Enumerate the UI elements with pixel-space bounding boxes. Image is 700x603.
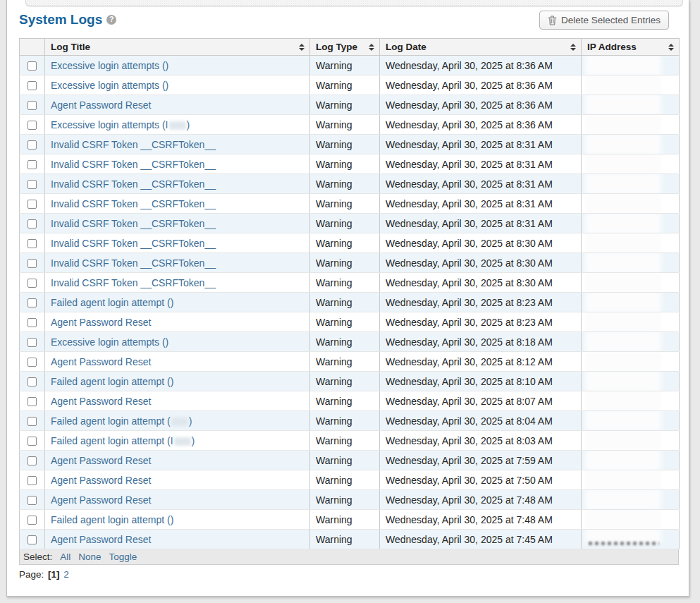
log-title-link[interactable]: Failed agent login attempt (I) xyxy=(51,435,195,446)
log-title-link[interactable]: Invalid CSRF Token __CSRFToken__ xyxy=(51,159,216,170)
row-checkbox[interactable] xyxy=(27,239,37,248)
redacted-ip-blur xyxy=(585,431,661,451)
row-checkbox[interactable] xyxy=(27,496,37,505)
row-checkbox-cell xyxy=(20,431,45,451)
log-title-link[interactable]: Excessive login attempts () xyxy=(51,60,168,71)
redacted-ip-blur xyxy=(585,95,661,115)
redacted-ip-blur xyxy=(585,332,661,352)
ip-cell xyxy=(582,95,680,115)
log-title-link[interactable]: Agent Password Reset xyxy=(51,317,151,328)
redacted-ip-blur xyxy=(585,372,661,391)
row-checkbox[interactable] xyxy=(27,140,37,150)
row-checkbox[interactable] xyxy=(27,476,37,485)
log-title-link[interactable]: Invalid CSRF Token __CSRFToken__ xyxy=(51,257,216,269)
log-title-link[interactable]: Agent Password Reset xyxy=(51,534,151,545)
log-title-link[interactable]: Failed agent login attempt () xyxy=(51,415,192,427)
log-title-link[interactable]: Agent Password Reset xyxy=(51,455,151,466)
row-checkbox[interactable] xyxy=(27,456,37,465)
log-title-link[interactable]: Failed agent login attempt () xyxy=(51,297,173,308)
page-header: System Logs ? Delete Selected Entries xyxy=(19,11,677,30)
header-log-title-label: Log Title xyxy=(51,42,90,52)
row-checkbox-cell xyxy=(20,273,45,293)
log-title-link[interactable]: Invalid CSRF Token __CSRFToken__ xyxy=(51,139,216,150)
row-checkbox[interactable] xyxy=(27,535,37,544)
redacted-ip-blur xyxy=(585,56,661,75)
row-checkbox[interactable] xyxy=(27,200,37,209)
log-type-cell: Warning xyxy=(310,273,380,293)
row-checkbox[interactable] xyxy=(27,160,37,169)
header-log-type[interactable]: Log Type xyxy=(310,39,380,56)
log-title-link[interactable]: Invalid CSRF Token __CSRFToken__ xyxy=(51,178,216,190)
log-title-cell: Excessive login attempts () xyxy=(45,332,310,352)
select-all-link[interactable]: All xyxy=(60,552,70,562)
row-checkbox[interactable] xyxy=(27,338,37,347)
log-title-link[interactable]: Excessive login attempts () xyxy=(51,336,168,348)
ip-cell xyxy=(582,233,680,253)
log-title-link[interactable]: Agent Password Reset xyxy=(51,475,151,486)
row-checkbox[interactable] xyxy=(27,516,37,525)
log-date-cell: Wednesday, April 30, 2025 at 8:31 AM xyxy=(380,214,582,233)
row-checkbox[interactable] xyxy=(27,219,37,229)
row-checkbox-cell xyxy=(20,411,45,431)
log-title-link[interactable]: Failed agent login attempt () xyxy=(51,376,173,387)
log-table-row: Invalid CSRF Token __CSRFToken__ Warning… xyxy=(20,194,680,214)
log-type-cell: Warning xyxy=(310,451,380,470)
header-log-title[interactable]: Log Title xyxy=(45,39,310,56)
page-2-link[interactable]: 2 xyxy=(63,569,69,580)
row-checkbox[interactable] xyxy=(27,417,37,426)
redacted-ip-blur xyxy=(585,391,661,411)
help-icon[interactable]: ? xyxy=(106,15,116,25)
log-title-link[interactable]: Invalid CSRF Token __CSRFToken__ xyxy=(51,218,216,229)
row-checkbox[interactable] xyxy=(27,81,37,90)
delete-selected-button[interactable]: Delete Selected Entries xyxy=(539,11,669,30)
row-checkbox[interactable] xyxy=(27,298,37,307)
log-title-cell: Agent Password Reset xyxy=(45,470,310,490)
log-title-link[interactable]: Agent Password Reset xyxy=(51,396,151,407)
row-checkbox[interactable] xyxy=(27,279,37,288)
log-title-link[interactable]: Excessive login attempts (I) xyxy=(51,119,190,130)
log-title-cell: Invalid CSRF Token __CSRFToken__ xyxy=(45,135,310,154)
row-checkbox[interactable] xyxy=(27,121,37,130)
row-checkbox[interactable] xyxy=(27,101,37,110)
log-type-cell: Warning xyxy=(310,253,380,273)
row-checkbox[interactable] xyxy=(27,437,37,446)
select-toggle-link[interactable]: Toggle xyxy=(109,552,137,562)
log-title-link[interactable]: Agent Password Reset xyxy=(51,494,151,506)
log-type-cell: Warning xyxy=(310,530,380,549)
log-title-link[interactable]: Invalid CSRF Token __CSRFToken__ xyxy=(51,277,216,288)
row-checkbox-cell xyxy=(20,174,45,194)
row-checkbox-cell xyxy=(20,135,45,154)
select-none-link[interactable]: None xyxy=(78,552,101,562)
sort-icon xyxy=(570,44,576,51)
log-table-row: Agent Password Reset Warning Wednesday, … xyxy=(20,95,680,115)
log-table-row: Excessive login attempts () Warning Wedn… xyxy=(20,332,680,352)
log-title-link[interactable]: Agent Password Reset xyxy=(51,356,151,367)
log-table-row: Agent Password Reset Warning Wednesday, … xyxy=(20,490,680,510)
log-table-row: Invalid CSRF Token __CSRFToken__ Warning… xyxy=(20,253,680,273)
row-checkbox-cell xyxy=(20,115,45,135)
row-checkbox[interactable] xyxy=(27,318,37,327)
log-title-link[interactable]: Failed agent login attempt () xyxy=(51,514,173,525)
log-title-cell: Failed agent login attempt () xyxy=(45,411,310,431)
row-checkbox[interactable] xyxy=(27,61,37,71)
log-date-cell: Wednesday, April 30, 2025 at 7:48 AM xyxy=(380,510,582,530)
log-title-link[interactable]: Invalid CSRF Token __CSRFToken__ xyxy=(51,238,216,249)
row-checkbox[interactable] xyxy=(27,180,37,189)
log-table-row: Agent Password Reset Warning Wednesday, … xyxy=(20,470,680,490)
log-type-cell: Warning xyxy=(310,332,380,352)
log-type-cell: Warning xyxy=(310,470,380,490)
row-checkbox[interactable] xyxy=(27,377,37,386)
log-date-cell: Wednesday, April 30, 2025 at 8:36 AM xyxy=(380,115,582,135)
row-checkbox[interactable] xyxy=(27,259,37,268)
log-date-cell: Wednesday, April 30, 2025 at 8:04 AM xyxy=(380,411,582,431)
row-checkbox[interactable] xyxy=(27,358,37,367)
log-title-link[interactable]: Agent Password Reset xyxy=(51,99,151,111)
log-title-link[interactable]: Excessive login attempts () xyxy=(51,80,168,91)
ip-cell xyxy=(582,411,680,431)
row-checkbox[interactable] xyxy=(27,397,37,406)
row-checkbox-cell xyxy=(20,372,45,391)
log-title-link[interactable]: Invalid CSRF Token __CSRFToken__ xyxy=(51,198,216,209)
header-ip-address[interactable]: IP Address xyxy=(582,39,680,56)
header-log-date[interactable]: Log Date xyxy=(380,39,582,56)
log-table-row: Invalid CSRF Token __CSRFToken__ Warning… xyxy=(20,273,680,293)
